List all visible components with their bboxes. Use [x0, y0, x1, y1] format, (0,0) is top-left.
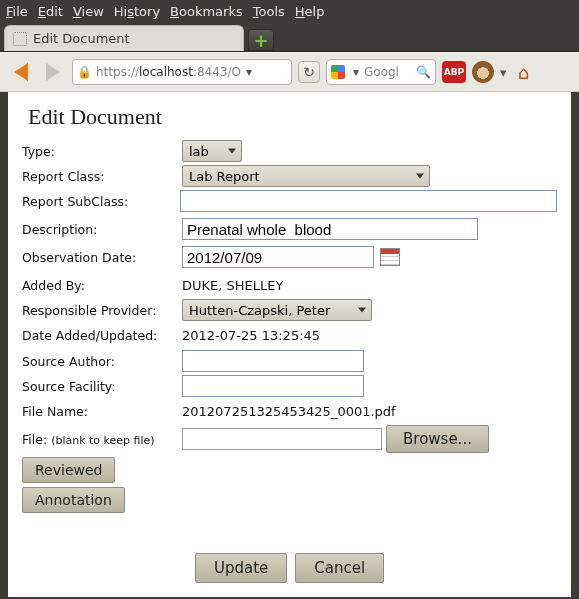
update-button[interactable]: Update — [195, 553, 287, 583]
url-bar[interactable]: 🔒 https://localhost:8443/O ▾ — [72, 59, 292, 85]
label-source-facility: Source Facility: — [22, 379, 182, 394]
reload-icon: ↻ — [303, 64, 315, 80]
input-source-facility[interactable] — [182, 375, 364, 397]
label-responsible-provider: Responsible Provider: — [22, 303, 182, 318]
arrow-right-icon — [46, 63, 60, 81]
lock-icon: 🔒 — [77, 65, 92, 79]
tab-title: Edit Document — [33, 31, 130, 46]
browser-tab-active[interactable]: Edit Document — [4, 25, 244, 51]
menu-bookmarks[interactable]: Bookmarks — [170, 4, 243, 19]
document-icon — [13, 32, 27, 46]
menu-tools[interactable]: Tools — [253, 4, 285, 19]
menu-file[interactable]: FFileile — [6, 4, 28, 19]
google-icon — [331, 65, 345, 79]
select-type[interactable]: lab — [182, 140, 242, 162]
menu-help[interactable]: Help — [295, 4, 325, 19]
browse-button[interactable]: Browse... — [386, 425, 489, 453]
adblock-icon[interactable]: ABP — [442, 61, 466, 83]
label-report-subclass: Report SubClass: — [22, 194, 180, 209]
input-file-path[interactable] — [182, 428, 382, 450]
menu-history[interactable]: History — [114, 4, 160, 19]
value-file-name: 201207251325453425_0001.pdf — [182, 404, 396, 419]
browser-toolbar: 🔒 https://localhost:8443/O ▾ ↻ ▾ Googl 🔍… — [0, 52, 579, 92]
reload-button[interactable]: ↻ — [298, 61, 320, 83]
label-source-author: Source Author: — [22, 354, 182, 369]
home-button[interactable]: ⌂ — [513, 61, 535, 83]
label-description: Description: — [22, 222, 182, 237]
greasemonkey-dropdown-icon[interactable]: ▾ — [500, 65, 507, 80]
page-content: Edit Document Type: lab Report Class: La… — [8, 92, 571, 597]
file-hint: (blank to keep file) — [51, 434, 155, 447]
back-button[interactable] — [8, 60, 34, 84]
select-responsible-provider[interactable]: Hutten-Czapski, Peter — [182, 299, 372, 321]
tab-bar: Edit Document + — [0, 23, 579, 52]
input-report-subclass[interactable] — [180, 190, 557, 212]
url-host: localhost — [139, 65, 193, 79]
input-observation-date[interactable] — [182, 246, 374, 268]
menu-edit[interactable]: Edit — [38, 4, 63, 19]
home-icon: ⌂ — [518, 62, 529, 83]
new-tab-button[interactable]: + — [248, 29, 274, 51]
url-dropdown-icon[interactable]: ▾ — [241, 65, 257, 79]
calendar-icon[interactable] — [380, 248, 400, 266]
value-date-added: 2012-07-25 13:25:45 — [182, 328, 320, 343]
plus-icon: + — [253, 30, 268, 51]
page-title: Edit Document — [28, 104, 557, 130]
menu-view[interactable]: View — [73, 4, 104, 19]
search-bar[interactable]: ▾ Googl 🔍 — [326, 59, 436, 85]
arrow-left-icon — [14, 63, 28, 81]
label-date-added: Date Added/Updated: — [22, 328, 182, 343]
value-added-by: DUKE, SHELLEY — [182, 278, 283, 293]
label-added-by: Added By: — [22, 278, 182, 293]
annotation-button[interactable]: Annotation — [22, 487, 125, 513]
label-type: Type: — [22, 144, 182, 159]
search-go-icon[interactable]: 🔍 — [416, 65, 431, 79]
search-engine-dropdown-icon[interactable]: ▾ — [348, 65, 364, 79]
greasemonkey-icon[interactable] — [472, 61, 494, 83]
url-path: :8443/O — [193, 65, 241, 79]
menubar: FFileile Edit View History Bookmarks Too… — [0, 0, 579, 23]
search-placeholder: Googl — [364, 65, 399, 79]
url-protocol: https:// — [96, 65, 139, 79]
label-report-class: Report Class: — [22, 169, 182, 184]
label-file: File: (blank to keep file) — [22, 432, 182, 447]
reviewed-button[interactable]: Reviewed — [22, 457, 115, 483]
select-report-class[interactable]: Lab Report — [182, 165, 430, 187]
label-file-name: File Name: — [22, 404, 182, 419]
forward-button[interactable] — [40, 60, 66, 84]
input-description[interactable] — [182, 218, 478, 240]
input-source-author[interactable] — [182, 350, 364, 372]
cancel-button[interactable]: Cancel — [295, 553, 384, 583]
label-observation-date: Observation Date: — [22, 250, 182, 265]
